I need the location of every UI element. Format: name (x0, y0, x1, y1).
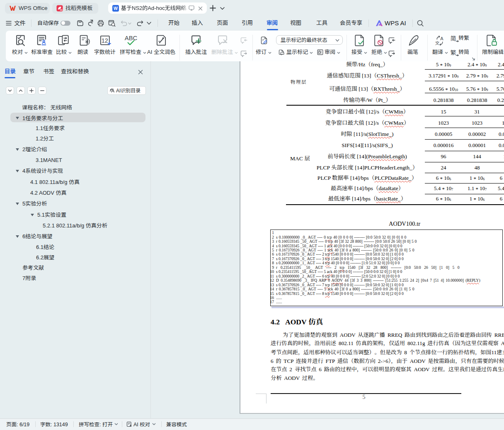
svg-text:文: 文 (435, 40, 440, 46)
svg-text:简: 简 (451, 35, 456, 42)
svg-text:繁: 繁 (451, 49, 456, 56)
svg-text:AI: AI (60, 9, 63, 11)
svg-text:12: 12 (102, 37, 108, 44)
svg-text:W: W (114, 6, 118, 11)
svg-text:A: A (440, 36, 443, 41)
svg-text:ABC: ABC (125, 35, 138, 41)
